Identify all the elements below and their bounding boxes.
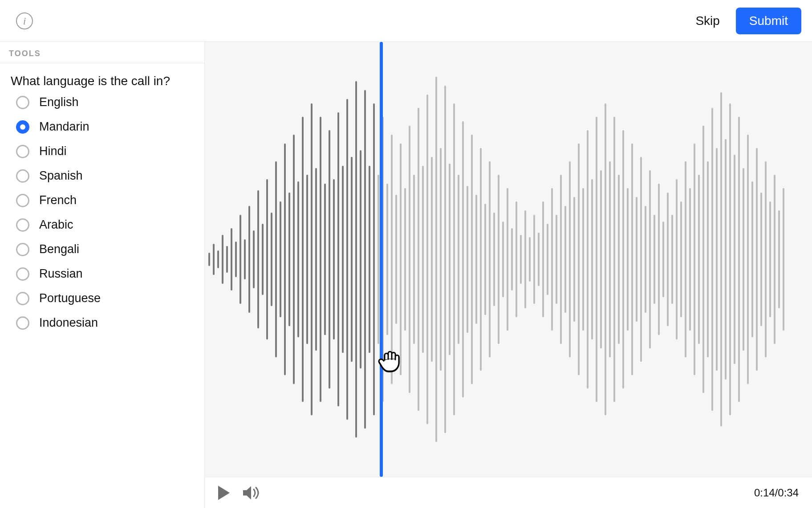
waveform-bar: [386, 184, 388, 335]
waveform-bar: [720, 92, 722, 426]
waveform-bar: [333, 179, 335, 340]
audio-panel: 0:14/0:34: [205, 42, 812, 508]
radio-icon[interactable]: [16, 120, 29, 134]
waveform-bar: [315, 168, 317, 351]
waveform-bar: [538, 233, 540, 286]
info-icon[interactable]: i: [16, 12, 33, 29]
option-russian[interactable]: Russian: [16, 267, 199, 281]
radio-icon[interactable]: [16, 218, 29, 232]
waveform-bar: [542, 201, 544, 317]
waveform-bar: [564, 206, 566, 313]
waveform-bar: [480, 148, 482, 371]
waveform-bar: [373, 103, 375, 415]
waveform-bar: [747, 135, 749, 384]
question-text: What language is the call in?: [0, 63, 204, 92]
waveform-bar: [516, 201, 517, 317]
waveform-bar: [400, 143, 402, 375]
waveform-bar: [235, 242, 237, 277]
radio-icon[interactable]: [16, 316, 29, 330]
waveform-bar: [511, 228, 513, 291]
option-english[interactable]: English: [16, 95, 199, 109]
skip-button[interactable]: Skip: [695, 14, 719, 28]
radio-icon[interactable]: [16, 243, 29, 256]
waveform-bar: [262, 224, 264, 295]
waveform-bar: [556, 215, 557, 304]
radio-icon[interactable]: [16, 96, 29, 109]
waveform-bar: [342, 166, 344, 353]
option-spanish[interactable]: Spanish: [16, 169, 199, 183]
waveform-bar: [529, 237, 531, 282]
waveform-bar: [422, 166, 424, 353]
waveform-bar: [431, 157, 433, 362]
waveform-bar: [435, 77, 437, 442]
option-french[interactable]: French: [16, 193, 199, 207]
waveform-bar: [636, 197, 637, 322]
option-label: Indonesian: [39, 316, 98, 330]
waveform-bar: [716, 148, 718, 371]
waveform-bar: [520, 235, 522, 284]
waveform-bar: [351, 157, 353, 362]
radio-icon[interactable]: [16, 267, 29, 281]
option-bengali[interactable]: Bengali: [16, 242, 199, 256]
waveform-bar: [667, 193, 669, 326]
waveform-bar: [498, 175, 499, 344]
waveform-bar: [694, 143, 695, 375]
waveform-bar: [774, 175, 775, 344]
radio-icon[interactable]: [16, 292, 29, 305]
waveform-bar: [507, 188, 508, 331]
waveform-bar: [738, 117, 740, 402]
waveform-bar: [627, 188, 629, 331]
waveform-bar: [756, 148, 758, 371]
waveform-bar: [306, 175, 308, 344]
waveform-bar: [765, 161, 767, 357]
waveform-bar: [222, 235, 223, 284]
waveform-bar: [743, 168, 744, 351]
waveform-bar: [613, 117, 615, 402]
waveform-bar: [596, 117, 597, 402]
playhead[interactable]: [380, 42, 383, 477]
waveform-bar: [609, 161, 611, 357]
waveform-bar: [631, 143, 633, 375]
waveform-bar: [778, 210, 780, 308]
waveform-bar: [760, 193, 762, 326]
waveform-bar: [662, 221, 664, 297]
waveform-bar: [489, 161, 491, 357]
waveform-bar: [676, 179, 678, 340]
waveform[interactable]: [205, 59, 812, 460]
waveform-area[interactable]: [205, 42, 812, 477]
waveform-bar: [605, 103, 606, 415]
waveform-bar: [440, 148, 442, 371]
option-portuguese[interactable]: Portuguese: [16, 291, 199, 305]
submit-button[interactable]: Submit: [736, 8, 801, 34]
option-arabic[interactable]: Arabic: [16, 218, 199, 232]
waveform-bar: [725, 139, 727, 380]
waveform-bar: [208, 253, 210, 266]
waveform-bar: [702, 126, 704, 393]
waveform-bar: [453, 103, 455, 415]
waveform-bar: [311, 103, 313, 415]
option-label: English: [39, 95, 79, 109]
waveform-bar: [280, 201, 281, 317]
waveform-bar: [698, 175, 700, 344]
waveform-bar: [324, 184, 326, 335]
waveform-bar: [533, 215, 535, 304]
waveform-bar: [654, 215, 655, 304]
waveform-bar: [213, 244, 215, 275]
waveform-bar: [769, 201, 771, 317]
waveform-bar: [395, 195, 397, 324]
waveform-bar: [685, 161, 686, 357]
waveform-bar: [475, 195, 477, 324]
waveform-bar: [240, 215, 241, 304]
waveform-bar: [618, 175, 620, 344]
option-hindi[interactable]: Hindi: [16, 144, 199, 158]
radio-icon[interactable]: [16, 169, 29, 183]
waveform-bar: [560, 175, 562, 344]
radio-icon[interactable]: [16, 145, 29, 158]
volume-icon[interactable]: [242, 485, 260, 500]
play-icon[interactable]: [218, 486, 230, 500]
option-label: Hindi: [39, 144, 67, 158]
radio-icon[interactable]: [16, 194, 29, 207]
option-indonesian[interactable]: Indonesian: [16, 316, 199, 330]
option-mandarin[interactable]: Mandarin: [16, 120, 199, 134]
waveform-bar: [458, 175, 459, 344]
